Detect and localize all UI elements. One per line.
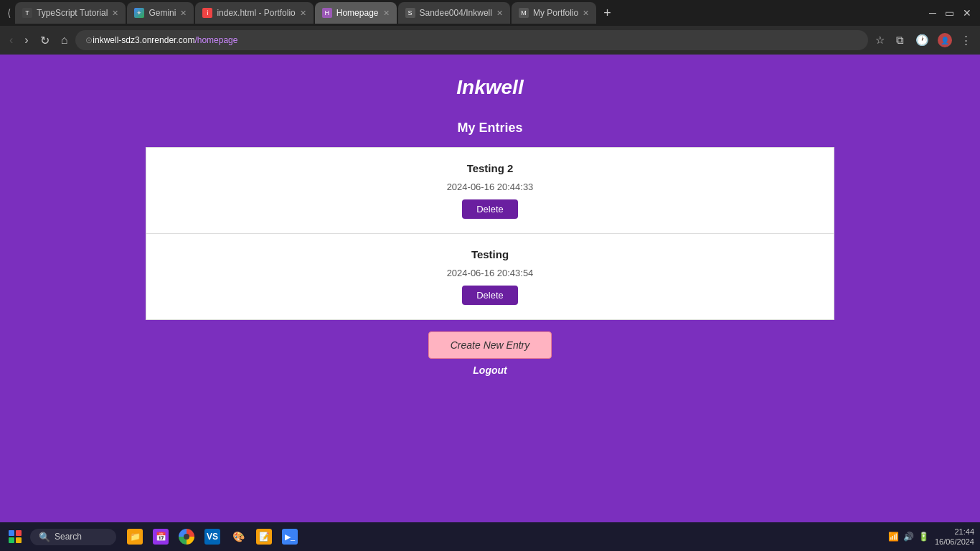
taskbar: 🔍 Search 📁 📅 VS 🎨 📝 ▶_ [0,522,980,551]
taskbar-time: 21:44 16/06/2024 [935,527,974,547]
entry-title-2: Testing [471,248,509,260]
tab-favicon-2: ✦ [134,8,144,18]
address-path: /homepage [194,35,237,45]
time-display: 21:44 [935,527,974,537]
menu-icon[interactable]: ⋮ [958,32,974,48]
tab-label-2: Gemini [149,8,176,18]
taskbar-app-chrome[interactable] [175,525,198,548]
entry-title-1: Testing 2 [467,162,514,174]
taskbar-app-terminal[interactable]: ▶_ [278,525,301,548]
address-bar: ‹ › ↻ ⌂ ⊙ inkwell-sdz3.onrender.com/home… [0,26,980,55]
address-bar-input-container[interactable]: ⊙ inkwell-sdz3.onrender.com/homepage [75,30,868,50]
window-controls: ─ ▭ ✕ [929,7,977,19]
fileexplorer-icon: 📁 [127,529,143,545]
tab-label-3: index.html - Portfolio [217,8,295,18]
home-button[interactable]: ⌂ [57,32,72,48]
start-sq-bl [9,537,14,543]
figma-icon: 🎨 [230,529,246,545]
entry-card-2: Testing 2024-06-16 20:43:54 Delete [146,234,834,320]
reload-button[interactable]: ↻ [37,32,53,49]
profile-icon[interactable]: 👤 [938,33,952,47]
taskbar-search-bar[interactable]: 🔍 Search [30,529,116,545]
taskbar-app-fileexplorer[interactable]: 📁 [123,525,146,548]
taskbar-app-calendar[interactable]: 📅 [149,525,172,548]
tab-close-4[interactable]: ✕ [383,9,390,18]
entries-container: Testing 2 2024-06-16 20:44:33 Delete Tes… [146,147,834,320]
volume-icon[interactable]: 🔊 [903,532,914,542]
tab-favicon-4: H [322,8,332,18]
chrome-inner [184,534,189,540]
search-label: Search [55,532,82,542]
taskbar-apps: 📁 📅 VS 🎨 📝 ▶_ [123,525,301,548]
tab-favicon-3: i [202,8,212,18]
delete-button-2[interactable]: Delete [462,286,518,305]
tab-close-6[interactable]: ✕ [583,9,589,18]
extensions-icon[interactable]: ⧉ [893,32,907,48]
toolbar-actions: ☆ ⧉ 🕐 👤 ⋮ [872,32,974,48]
forward-button[interactable]: › [21,32,32,48]
address-security-icon: ⊙ [85,35,93,45]
entry-timestamp-1: 2024-06-16 20:44:33 [447,182,534,192]
tab-label-1: TypeScript Tutorial [37,8,108,18]
tab-close-5[interactable]: ✕ [496,9,503,18]
browser-chrome: ⟨ T TypeScript Tutorial ✕ ✦ Gemini ✕ i i… [0,0,980,55]
tab-homepage[interactable]: H Homepage ✕ [315,2,397,24]
minimize-button[interactable]: ─ [929,7,936,19]
entry-timestamp-2: 2024-06-16 20:43:54 [447,268,534,278]
start-sq-br [16,537,22,543]
terminal-icon: ▶_ [282,529,298,545]
taskbar-right: 📶 🔊 🔋 21:44 16/06/2024 [888,527,974,547]
address-domain: inkwell-sdz3.onrender.com [93,35,194,45]
tab-favicon-1: T [22,8,32,18]
tab-portfolio[interactable]: i index.html - Portfolio ✕ [195,2,313,24]
tab-close-3[interactable]: ✕ [300,9,306,18]
logout-link[interactable]: Logout [473,364,507,376]
new-tab-button[interactable]: + [598,3,617,24]
taskbar-app-vscode[interactable]: VS [201,525,224,548]
tab-bar: ⟨ T TypeScript Tutorial ✕ ✦ Gemini ✕ i i… [0,0,980,26]
chrome-icon [179,529,194,545]
start-button[interactable] [6,527,24,546]
tab-label-6: My Portfolio [533,8,578,18]
tab-typescript[interactable]: T TypeScript Tutorial ✕ [15,2,126,24]
start-sq-tr [16,530,22,536]
calendar-icon: 📅 [153,529,169,545]
tab-sandee[interactable]: S Sandee004/Inkwell ✕ [398,2,510,24]
tab-label-5: Sandee004/Inkwell [420,8,492,18]
start-sq-tl [9,530,14,536]
maximize-button[interactable]: ▭ [945,7,954,19]
start-icon [9,530,22,543]
tab-close-1[interactable]: ✕ [112,9,118,18]
notes-icon: 📝 [256,529,272,545]
tab-history-button[interactable]: ⟨ [3,4,15,22]
tab-label-4: Homepage [336,8,379,18]
taskbar-app-figma[interactable]: 🎨 [227,525,250,548]
delete-button-1[interactable]: Delete [462,199,518,219]
vscode-icon: VS [204,529,220,545]
page-content: Inkwell My Entries Testing 2 2024-06-16 … [0,55,980,522]
history-icon[interactable]: 🕐 [913,32,932,48]
taskbar-sys-icons: 📶 🔊 🔋 [888,532,929,542]
bookmark-icon[interactable]: ☆ [872,32,887,48]
tab-close-2[interactable]: ✕ [180,9,187,18]
tab-favicon-6: M [519,8,529,18]
entry-card-1: Testing 2 2024-06-16 20:44:33 Delete [146,147,834,234]
tab-gemini[interactable]: ✦ Gemini ✕ [127,2,194,24]
search-icon: 🔍 [39,532,50,542]
taskbar-app-notes[interactable]: 📝 [253,525,275,548]
tab-myportfolio[interactable]: M My Portfolio ✕ [512,2,596,24]
section-title: My Entries [457,121,522,136]
app-title: Inkwell [456,76,523,99]
create-new-entry-button[interactable]: Create New Entry [428,331,552,359]
close-window-button[interactable]: ✕ [963,7,971,19]
network-icon[interactable]: 📶 [888,532,899,542]
tab-favicon-5: S [405,8,415,18]
address-text: inkwell-sdz3.onrender.com/homepage [93,35,237,45]
battery-icon[interactable]: 🔋 [918,532,929,542]
date-display: 16/06/2024 [935,537,974,547]
back-button[interactable]: ‹ [6,32,17,48]
